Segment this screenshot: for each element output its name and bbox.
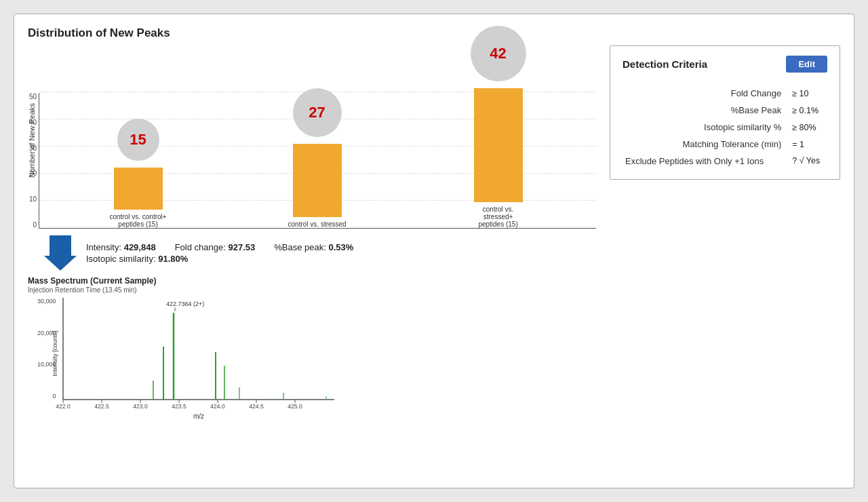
- svg-text:423.5: 423.5: [172, 403, 186, 410]
- y-tick-0: 0: [20, 221, 37, 229]
- bubble-3: 42: [471, 26, 526, 81]
- criteria-label-fold-change: Fold Change: [623, 85, 789, 102]
- intensity-label: Intensity:: [86, 242, 121, 252]
- x-axis-label: m/z: [193, 412, 204, 420]
- criteria-row-fold-change: Fold Change ≥ 10: [623, 85, 827, 102]
- spectrum-title: Mass Spectrum (Current Sample): [28, 276, 596, 286]
- criteria-row-tolerance: Matching Tolerance (min) = 1: [623, 136, 827, 153]
- criteria-row-base-peak: %Base Peak ≥ 0.1%: [623, 102, 827, 119]
- right-panel: Detection Criteria Edit Fold Change ≥ 10…: [610, 45, 840, 180]
- spectrum-section: Mass Spectrum (Current Sample) Injection…: [28, 276, 596, 409]
- y-tick-30: 30: [20, 144, 37, 152]
- arrow-down-icon: [44, 235, 77, 271]
- svg-text:425.0: 425.0: [288, 403, 302, 410]
- y-tick-50: 50: [20, 93, 37, 100]
- y-ticks: 0 10 20 30 40 50: [20, 93, 37, 229]
- bubble-1: 15: [117, 119, 159, 161]
- svg-text:424.5: 424.5: [249, 403, 264, 410]
- criteria-value-fold-change: ≥ 10: [789, 85, 827, 102]
- bar-group-3: 42 control vs. stressed+peptides (15): [468, 88, 529, 228]
- criteria-label-tolerance: Matching Tolerance (min): [623, 136, 789, 153]
- base-peak-label: %Base peak:: [274, 242, 326, 252]
- bar-label-2: control vs. stressed: [288, 220, 347, 228]
- bar-label-1: control vs. control+peptides (15): [109, 213, 166, 228]
- base-peak-value: 0.53%: [328, 242, 353, 252]
- criteria-label-isotopic: Isotopic similarity %: [623, 119, 789, 136]
- svg-text:422.0: 422.0: [56, 403, 71, 410]
- bar-rect-1: [114, 168, 163, 210]
- spectrum-y-ticks: 0 10,000 20,000 30,000: [37, 298, 56, 400]
- intensity-field: Intensity: 429,848: [86, 242, 156, 252]
- peak-label: 422.7364 (2+): [166, 301, 204, 307]
- criteria-row-isotopic: Isotopic similarity % ≥ 80%: [623, 119, 827, 136]
- svg-text:423.0: 423.0: [133, 403, 148, 410]
- info-row-2: Isotopic similarity: 91.80%: [86, 254, 353, 264]
- isotopic-field: Isotopic similarity: 91.80%: [86, 254, 188, 264]
- right-panel-header: Detection Criteria Edit: [623, 56, 827, 73]
- main-panel: Distribution of New Peaks Number of New …: [14, 14, 854, 488]
- bubble-num-2: 27: [309, 104, 325, 121]
- base-peak-field: %Base peak: 0.53%: [274, 242, 353, 252]
- y-tick-spec-0: 0: [37, 393, 56, 400]
- info-row-1: Intensity: 429,848 Fold change: 927.53 %…: [86, 242, 353, 252]
- bubble-num-3: 42: [490, 45, 506, 62]
- criteria-table: Fold Change ≥ 10 %Base Peak ≥ 0.1% Isoto…: [623, 85, 827, 170]
- y-tick-spec-30k: 30,000: [37, 298, 56, 305]
- criteria-value-isotopic: ≥ 80%: [789, 119, 827, 136]
- chart-plot: 0 10 20 30 40 50 15: [39, 93, 596, 229]
- bar-label-3: control vs. stressed+peptides (15): [468, 206, 529, 228]
- info-text-block: Intensity: 429,848 Fold change: 927.53 %…: [86, 242, 353, 264]
- isotopic-value: 91.80%: [158, 254, 188, 264]
- bar-rect-2: [293, 144, 342, 217]
- bars-container: 15 control vs. control+peptides (15) 27: [42, 93, 596, 228]
- y-tick-40: 40: [20, 119, 37, 126]
- y-tick-20: 20: [20, 170, 37, 177]
- svg-text:424.0: 424.0: [210, 403, 225, 410]
- y-tick-spec-20k: 20,000: [37, 330, 56, 336]
- edit-button[interactable]: Edit: [786, 56, 827, 73]
- isotopic-label: Isotopic similarity:: [86, 254, 156, 264]
- left-section: Number of New Peaks 0 10 20: [28, 45, 596, 478]
- spectrum-wrapper: Intensity [counts] 0 10,000 20,000 30,00…: [63, 298, 596, 409]
- spectrum-subtitle: Injection Retention Time (13.45 min): [28, 286, 596, 294]
- y-tick-10: 10: [20, 195, 37, 203]
- fold-change-label: Fold change:: [175, 242, 226, 252]
- chart-inner: 0 10 20 30 40 50 15: [39, 93, 596, 229]
- bar-group-2: 27 control vs. stressed: [288, 144, 347, 228]
- bubble-2: 27: [293, 88, 342, 137]
- arrow-info-section: Intensity: 429,848 Fold change: 927.53 %…: [35, 235, 596, 271]
- criteria-value-exclude: ? √ Yes: [789, 153, 827, 170]
- criteria-row-exclude: Exclude Peptides with Only +1 Ions ? √ Y…: [623, 153, 827, 170]
- bar-chart-area: Number of New Peaks 0 10 20: [28, 52, 596, 229]
- bar-group-1: 15 control vs. control+peptides (15): [109, 168, 166, 228]
- content-row: Number of New Peaks 0 10 20: [28, 45, 840, 478]
- svg-text:422.5: 422.5: [94, 403, 109, 410]
- criteria-label-base-peak: %Base Peak: [623, 102, 789, 119]
- criteria-value-base-peak: ≥ 0.1%: [789, 102, 827, 119]
- bubble-num-1: 15: [130, 131, 146, 149]
- detection-criteria-title: Detection Criteria: [623, 58, 707, 70]
- spectrum-svg: 422.7364 (2+): [63, 298, 334, 406]
- y-tick-spec-10k: 10,000: [37, 361, 56, 368]
- intensity-value: 429,848: [124, 242, 156, 252]
- panel-title: Distribution of New Peaks: [28, 26, 840, 40]
- criteria-value-tolerance: = 1: [789, 136, 827, 153]
- fold-change-field: Fold change: 927.53: [175, 242, 256, 252]
- criteria-label-exclude: Exclude Peptides with Only +1 Ions: [623, 153, 789, 170]
- bar-rect-3: [474, 88, 523, 202]
- fold-change-value: 927.53: [228, 242, 255, 252]
